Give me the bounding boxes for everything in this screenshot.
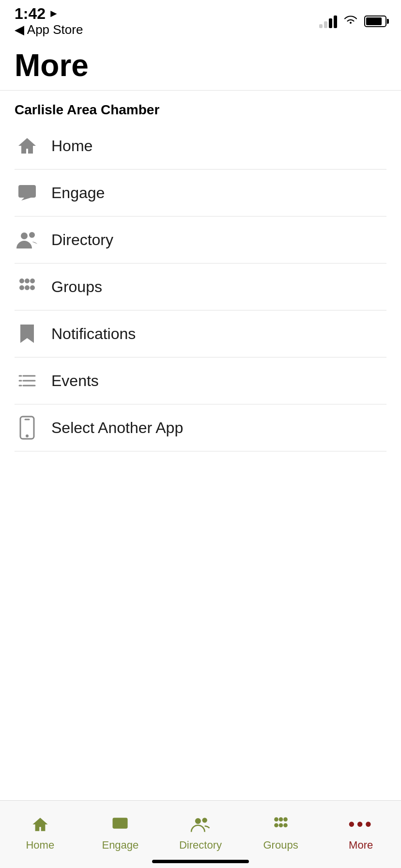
svg-point-19 [195, 818, 201, 824]
svg-point-5 [30, 279, 35, 283]
phone-icon [15, 415, 40, 440]
menu-label-directory: Directory [51, 231, 113, 249]
tab-home[interactable]: Home [0, 806, 80, 852]
status-time: 1:42 ► [15, 6, 83, 21]
tab-bar: Home Engage Directory [0, 800, 401, 868]
status-left: 1:42 ► ◀ App Store [15, 6, 83, 37]
svg-point-1 [21, 232, 28, 239]
menu-item-home[interactable]: Home [15, 123, 386, 170]
svg-rect-0 [18, 185, 36, 198]
svg-point-4 [25, 279, 30, 283]
tab-engage-label: Engage [102, 839, 139, 852]
chat-icon [15, 180, 40, 205]
tab-groups-label: Groups [263, 839, 298, 852]
menu-list: Home Engage Directory [15, 123, 386, 451]
svg-point-24 [274, 823, 278, 827]
svg-point-2 [29, 232, 35, 238]
status-bar: 1:42 ► ◀ App Store [0, 0, 401, 39]
svg-point-3 [19, 279, 24, 283]
home-indicator [152, 860, 249, 863]
tab-groups[interactable]: Groups [241, 806, 321, 852]
page-title-section: More [0, 39, 401, 91]
tab-home-icon [29, 813, 52, 836]
tab-home-label: Home [26, 839, 54, 852]
menu-item-events[interactable]: Events [15, 357, 386, 404]
menu-label-notifications: Notifications [51, 325, 136, 343]
svg-point-7 [25, 285, 30, 290]
menu-label-engage: Engage [51, 184, 105, 202]
page-title: More [15, 48, 386, 82]
people-icon [15, 227, 40, 252]
tab-more-icon: ••• [349, 813, 372, 836]
svg-point-8 [30, 285, 35, 290]
menu-label-select-app: Select Another App [51, 419, 183, 437]
menu-label-home: Home [51, 137, 93, 155]
menu-item-select-app[interactable]: Select Another App [15, 404, 386, 451]
svg-point-21 [274, 817, 278, 822]
events-list-icon [15, 368, 40, 393]
menu-item-engage[interactable]: Engage [15, 170, 386, 217]
tab-directory-icon [189, 813, 212, 836]
svg-point-22 [278, 817, 283, 822]
time-display: 1:42 [15, 6, 46, 21]
section-header: Carlisle Area Chamber [15, 102, 386, 118]
svg-point-17 [26, 434, 29, 437]
menu-item-directory[interactable]: Directory [15, 217, 386, 264]
wifi-icon [343, 14, 358, 29]
menu-label-events: Events [51, 372, 99, 390]
tab-groups-icon [269, 813, 293, 836]
tab-directory-label: Directory [179, 839, 222, 852]
menu-section: Carlisle Area Chamber Home Engage [0, 91, 401, 451]
tab-engage-icon [108, 813, 132, 836]
back-to-appstore[interactable]: ◀ App Store [15, 22, 83, 37]
svg-point-20 [202, 818, 207, 822]
tab-more[interactable]: ••• More [321, 806, 401, 852]
home-icon [15, 133, 40, 158]
groups-icon [15, 274, 40, 299]
battery-icon [364, 16, 386, 27]
svg-point-26 [283, 823, 288, 827]
tab-directory[interactable]: Directory [160, 806, 241, 852]
menu-item-groups[interactable]: Groups [15, 264, 386, 310]
svg-rect-18 [113, 818, 128, 828]
svg-point-23 [283, 817, 288, 822]
tab-engage[interactable]: Engage [80, 806, 161, 852]
svg-point-6 [19, 285, 24, 290]
location-arrow-icon: ► [48, 8, 59, 19]
tab-more-label: More [349, 839, 373, 852]
status-right [319, 14, 386, 29]
bookmark-icon [15, 321, 40, 346]
menu-item-notifications[interactable]: Notifications [15, 310, 386, 357]
signal-icon [319, 15, 337, 28]
svg-point-25 [278, 823, 283, 827]
menu-label-groups: Groups [51, 278, 102, 296]
